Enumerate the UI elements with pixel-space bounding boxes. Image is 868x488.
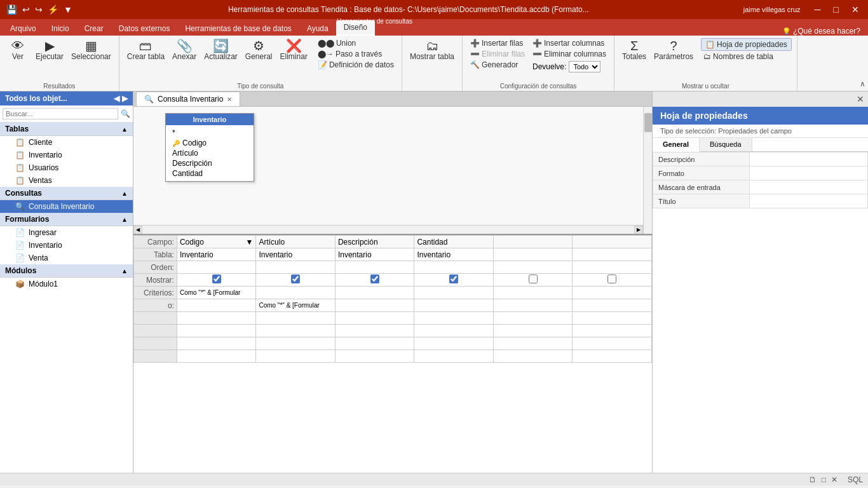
grid-cell-mostrar-1[interactable] [177,274,256,287]
grid-cell-criterios-2[interactable] [256,287,336,299]
tab-consulta-inventario[interactable]: 🔍 Consulta Inventario ✕ [136,92,240,106]
hscroll-right-btn[interactable]: ▶ [634,226,643,234]
grid-cell-criterios-6[interactable] [573,287,652,299]
tab-archivo[interactable]: Arquivo [3,22,44,36]
grid-cell-orden-6[interactable] [573,261,652,274]
btn-eliminar[interactable]: ❌ Eliminar [278,38,310,62]
nav-section-consultas[interactable]: Consultas ▲ [0,187,133,200]
diagram-vscrollbar[interactable] [643,107,652,234]
save-icon[interactable]: 💾 [5,4,18,15]
field-star[interactable]: * [171,128,248,138]
undo-icon[interactable]: ↩ [21,4,31,15]
prop-value-descripcion[interactable] [750,152,868,166]
nav-item-inventario-table[interactable]: 📋 Inventario [0,149,133,161]
nav-item-ingresar[interactable]: 📄 Ingresar [0,226,133,239]
btn-actualizar[interactable]: 🔄 Actualizar [201,38,240,62]
grid-cell-tabla-5[interactable] [493,248,573,261]
grid-cell-tabla-6[interactable] [573,248,652,261]
help-btn[interactable]: 💡 ¿Qué desea hacer? [782,27,860,36]
checkbox-mostrar-2[interactable] [291,274,300,283]
quick-icon[interactable]: ⚡ [46,4,60,15]
table-widget-header[interactable]: Inventario [166,114,254,125]
btn-parametros[interactable]: ? Parámetros [651,38,696,62]
grid-cell-campo-2[interactable]: Artículo [256,236,336,248]
nav-arrow-right[interactable]: ▶ [122,94,128,103]
dropdown-icon[interactable]: ▼ [62,4,74,15]
nav-section-formularios[interactable]: Formularios ▲ [0,213,133,226]
btn-definicion-datos[interactable]: 📝 Definición de datos [315,60,397,70]
grid-cell-o-1[interactable] [177,299,256,312]
grid-cell-mostrar-3[interactable] [335,274,414,287]
search-icon[interactable]: 🔍 [121,109,130,118]
prop-value-titulo[interactable] [750,194,868,208]
grid-cell-orden-4[interactable] [414,261,494,274]
btn-ejecutar[interactable]: ▶ Ejecutar [33,38,66,62]
btn-hoja-propiedades[interactable]: 📋 Hoja de propiedades [701,38,792,51]
btn-union[interactable]: ⬤⬤ Union [315,38,397,48]
grid-cell-orden-2[interactable] [256,261,336,274]
btn-crear-tabla[interactable]: 🗃 Crear tabla [125,38,167,62]
grid-cell-o-4[interactable] [414,299,494,312]
tab-diseno[interactable]: Diseño [336,20,375,36]
nav-item-consulta-inventario[interactable]: 🔍 Consulta Inventario [0,200,133,213]
btn-anexar[interactable]: 📎 Anexar [170,38,199,62]
grid-cell-criterios-5[interactable] [493,287,573,299]
dropdown-campo-1[interactable]: ▼ [246,238,254,247]
tab-ayuda[interactable]: Ayuda [299,22,336,36]
tab-crear[interactable]: Crear [77,22,111,36]
checkbox-mostrar-6[interactable] [607,274,616,283]
btn-eliminar-columnas[interactable]: ➖ Eliminar columnas [530,49,609,59]
nav-item-usuarios[interactable]: 📋 Usuarios [0,161,133,174]
tab-inicio[interactable]: Inicio [44,22,77,36]
grid-cell-tabla-4[interactable]: Inventario [414,248,494,261]
query-grid-scroll[interactable]: Campo: Codigo ▼ Artículo Descripción Can… [133,235,652,473]
grid-cell-campo-4[interactable]: Cantidad [414,236,494,248]
minimize-button[interactable]: ─ [811,3,825,16]
nav-item-cliente[interactable]: 📋 Cliente [0,136,133,149]
devuelve-select[interactable]: Todo 5 25 100 [569,61,600,72]
tab-herramientas-bd[interactable]: Herramientas de base de datos [177,22,299,36]
grid-cell-tabla-2[interactable]: Inventario [256,248,336,261]
grid-cell-o-6[interactable] [573,299,652,312]
btn-generador[interactable]: 🔨 Generador [468,60,527,70]
nav-item-inventario-form[interactable]: 📄 Inventario [0,239,133,252]
btn-ver[interactable]: 👁 Ver [5,38,31,62]
ribbon-collapse-btn[interactable]: ∧ [857,36,868,91]
btn-insertar-columnas[interactable]: ➕ Insertar columnas [530,38,609,48]
redo-icon[interactable]: ↪ [34,4,44,15]
grid-cell-criterios-1[interactable]: Como "*" & [Formular [177,287,256,299]
prop-value-mascara[interactable] [750,180,868,194]
maximize-button[interactable]: □ [830,3,843,16]
props-close-btn[interactable]: ✕ [854,93,867,105]
grid-cell-mostrar-6[interactable] [573,274,652,287]
tab-close-btn[interactable]: ✕ [227,96,232,103]
props-tab-busqueda[interactable]: Búsqueda [700,138,752,151]
grid-cell-campo-3[interactable]: Descripción [335,236,414,248]
btn-paso-traves[interactable]: ⬤→ Paso a través [315,49,397,59]
checkbox-mostrar-3[interactable] [370,274,379,283]
grid-cell-criterios-4[interactable] [414,287,494,299]
field-descripcion[interactable]: Descripción [171,158,248,168]
grid-cell-orden-1[interactable] [177,261,256,274]
field-codigo[interactable]: 🔑 Codigo [171,138,248,148]
grid-cell-tabla-3[interactable]: Inventario [335,248,414,261]
grid-cell-tabla-1[interactable]: Inventario [177,248,256,261]
btn-mostrar-tabla[interactable]: 🗂 Mostrar tabla [407,38,457,62]
btn-seleccionar[interactable]: ▦ Seleccionar [69,38,114,62]
field-cantidad[interactable]: Cantidad [171,168,248,179]
field-articulo[interactable]: Artículo [171,148,248,158]
btn-totales[interactable]: Σ Totales [620,38,649,62]
nav-item-modulo1[interactable]: 📦 Módulo1 [0,278,133,290]
grid-cell-mostrar-2[interactable] [256,274,336,287]
checkbox-mostrar-4[interactable] [449,274,458,283]
nav-section-modulos[interactable]: Módulos ▲ [0,264,133,278]
checkbox-mostrar-1[interactable] [212,274,221,283]
tab-datos-externos[interactable]: Datos externos [111,22,178,36]
grid-cell-o-3[interactable] [335,299,414,312]
btn-eliminar-filas[interactable]: ➖ Eliminar filas [468,49,527,59]
prop-value-formato[interactable] [750,166,868,180]
grid-cell-campo-6[interactable] [573,236,652,248]
grid-cell-mostrar-4[interactable] [414,274,494,287]
status-icon-close[interactable]: ✕ [831,475,837,484]
btn-insertar-filas[interactable]: ➕ Insertar filas [468,38,527,48]
